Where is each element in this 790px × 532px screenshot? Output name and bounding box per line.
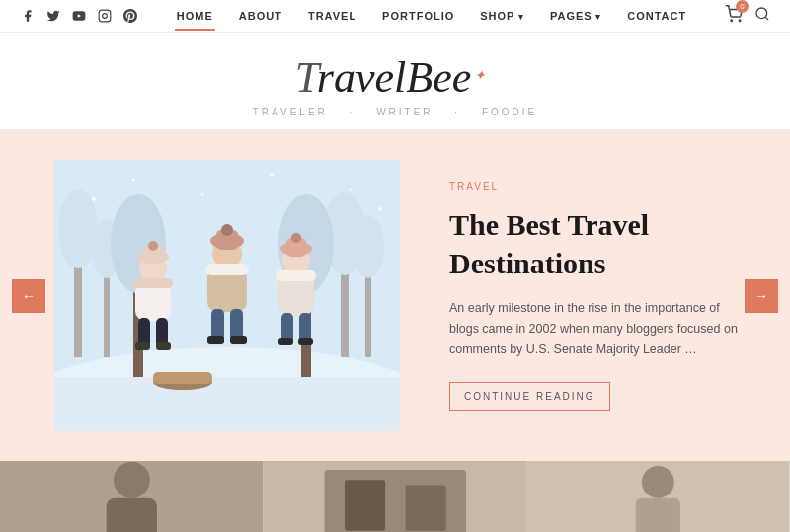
svg-rect-48: [276, 270, 316, 281]
svg-rect-51: [278, 338, 293, 345]
hero-excerpt: An early milestone in the rise in the im…: [449, 298, 750, 361]
main-nav: HOME ABOUT TRAVEL PORTFOLIO SHOP PAGES C…: [175, 10, 688, 22]
svg-point-3: [108, 12, 109, 13]
svg-rect-32: [156, 342, 171, 350]
svg-point-57: [201, 193, 204, 196]
cart-button[interactable]: 0: [725, 5, 743, 27]
continue-reading-button[interactable]: Continue Reading: [449, 382, 610, 411]
nav-about[interactable]: ABOUT: [237, 10, 284, 22]
svg-rect-67: [405, 485, 445, 530]
nav-portfolio[interactable]: PORTFOLIO: [380, 10, 456, 22]
svg-rect-54: [153, 372, 212, 384]
pinterest-icon[interactable]: [122, 8, 138, 24]
svg-point-62: [114, 462, 150, 498]
nav-shop[interactable]: SHOP: [478, 10, 526, 22]
svg-point-46: [291, 233, 301, 243]
svg-rect-1: [99, 10, 111, 22]
svg-point-18: [353, 215, 384, 278]
top-right-icons: 0: [725, 5, 770, 27]
nav-travel[interactable]: TRAVEL: [306, 10, 358, 22]
thumbnail-1[interactable]: [0, 461, 264, 532]
thumbnail-3[interactable]: [526, 461, 790, 532]
hero-image: [54, 160, 400, 431]
svg-point-59: [350, 189, 353, 191]
nav-pages[interactable]: PAGES: [548, 10, 603, 22]
svg-rect-38: [205, 264, 249, 275]
svg-point-26: [148, 241, 158, 251]
svg-line-7: [765, 17, 768, 20]
svg-point-4: [731, 20, 733, 22]
top-bar: HOME ABOUT TRAVEL PORTFOLIO SHOP PAGES C…: [0, 0, 790, 33]
svg-point-36: [221, 224, 233, 236]
svg-point-12: [58, 190, 98, 268]
twitter-icon[interactable]: [45, 8, 61, 24]
svg-point-56: [132, 179, 135, 182]
svg-point-55: [92, 197, 96, 201]
instagram-icon[interactable]: [97, 8, 113, 24]
svg-rect-63: [107, 498, 157, 532]
svg-point-2: [103, 14, 108, 19]
cart-badge: 0: [736, 0, 749, 13]
svg-rect-52: [298, 338, 313, 345]
svg-rect-66: [345, 480, 385, 530]
nav-contact[interactable]: CONTACT: [625, 10, 688, 22]
site-tagline: TRAVELER · WRITER · FOODIE: [0, 107, 790, 117]
facebook-icon[interactable]: [20, 8, 36, 24]
svg-rect-41: [207, 336, 224, 344]
svg-rect-42: [230, 336, 247, 344]
search-icon[interactable]: [754, 6, 770, 26]
next-slide-button[interactable]: →: [745, 279, 778, 313]
svg-rect-70: [636, 498, 680, 532]
nav-home[interactable]: HOME: [175, 10, 215, 22]
svg-point-60: [378, 207, 382, 211]
thumbnail-2[interactable]: [264, 461, 527, 532]
hero-content: TRAVEL The Best Travel Destinations An e…: [439, 181, 750, 412]
site-logo[interactable]: TravelBee ✦: [295, 52, 495, 103]
svg-point-58: [270, 173, 274, 177]
svg-rect-28: [133, 278, 173, 288]
hero-slider: ←: [0, 130, 790, 461]
youtube-icon[interactable]: [71, 8, 87, 24]
svg-point-5: [739, 20, 741, 22]
svg-point-6: [756, 8, 767, 19]
bottom-thumbnails: [0, 461, 790, 532]
svg-point-69: [642, 466, 674, 498]
logo-section: TravelBee ✦ TRAVELER · WRITER · FOODIE: [0, 33, 790, 130]
hero-category: TRAVEL: [449, 181, 750, 191]
social-icons: [20, 8, 138, 24]
svg-rect-31: [135, 342, 150, 350]
hero-title: The Best Travel Destinations: [449, 205, 750, 282]
svg-rect-10: [54, 377, 400, 431]
prev-slide-button[interactable]: ←: [12, 279, 45, 313]
